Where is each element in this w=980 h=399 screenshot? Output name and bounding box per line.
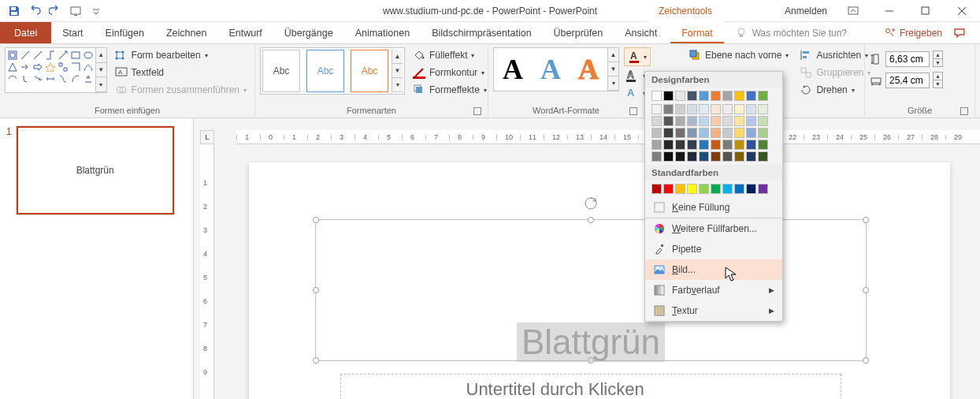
- shape-style-2[interactable]: Abc: [306, 50, 344, 92]
- shape-fill-button[interactable]: Fülleffekt▾: [410, 47, 490, 63]
- color-swatch[interactable]: [651, 91, 662, 101]
- color-swatch[interactable]: [746, 116, 756, 126]
- resize-handle[interactable]: [863, 357, 869, 364]
- tab-file[interactable]: Datei: [0, 22, 51, 43]
- title-text[interactable]: Blattgrün: [517, 323, 665, 362]
- dialog-launcher-icon[interactable]: [473, 107, 481, 115]
- color-swatch[interactable]: [663, 91, 674, 101]
- color-swatch[interactable]: [699, 128, 709, 138]
- shape-style-1[interactable]: Abc: [262, 50, 300, 92]
- color-swatch[interactable]: [663, 116, 674, 126]
- color-swatch[interactable]: [699, 91, 709, 101]
- wordart-scroll[interactable]: ▲▼▾: [607, 48, 618, 91]
- save-button[interactable]: [5, 2, 24, 21]
- rotate-handle[interactable]: [584, 196, 598, 211]
- color-swatch[interactable]: [746, 140, 756, 150]
- color-swatch[interactable]: [687, 140, 697, 150]
- tell-me-search[interactable]: Was möchten Sie tun?: [724, 22, 884, 43]
- color-swatch[interactable]: [711, 128, 721, 138]
- color-swatch[interactable]: [734, 104, 744, 114]
- color-swatch[interactable]: [675, 104, 685, 114]
- shape-outline-button[interactable]: Formkontur▾: [410, 65, 490, 80]
- color-swatch[interactable]: [663, 140, 674, 150]
- gallery-scroll[interactable]: ▲▼▾: [95, 48, 106, 92]
- tab-review[interactable]: Überprüfen: [543, 22, 614, 43]
- edit-shape-button[interactable]: Form bearbeiten▾: [112, 47, 250, 63]
- color-swatch[interactable]: [651, 104, 662, 114]
- ribbon-display-options-button[interactable]: [835, 0, 871, 22]
- color-swatch[interactable]: [758, 116, 768, 126]
- color-swatch[interactable]: [711, 104, 721, 114]
- color-swatch[interactable]: [687, 104, 697, 114]
- shapes-gallery[interactable]: ▲▼▾: [5, 47, 107, 93]
- color-swatch[interactable]: [711, 184, 721, 194]
- minimize-button[interactable]: [871, 0, 908, 22]
- textbox-button[interactable]: ATextfeld: [112, 65, 250, 80]
- color-swatch[interactable]: [687, 128, 697, 138]
- color-swatch[interactable]: [711, 151, 721, 162]
- color-swatch[interactable]: [758, 151, 768, 162]
- height-input[interactable]: [885, 51, 930, 67]
- comments-icon[interactable]: [953, 27, 966, 39]
- color-swatch[interactable]: [663, 184, 674, 194]
- tab-draw[interactable]: Zeichnen: [155, 22, 217, 43]
- resize-handle[interactable]: [313, 287, 319, 293]
- color-swatch[interactable]: [699, 184, 709, 194]
- eyedropper-item[interactable]: Pipette: [645, 239, 782, 259]
- color-swatch[interactable]: [746, 91, 756, 101]
- slide-editor[interactable]: L 10123456789101112131415161718192021222…: [194, 118, 980, 399]
- color-swatch[interactable]: [699, 116, 709, 126]
- color-swatch[interactable]: [651, 184, 662, 194]
- color-swatch[interactable]: [722, 91, 733, 101]
- tab-home[interactable]: Start: [51, 22, 94, 43]
- tab-transitions[interactable]: Übergänge: [273, 22, 344, 43]
- color-swatch[interactable]: [711, 91, 721, 101]
- color-swatch[interactable]: [746, 104, 756, 114]
- tab-insert[interactable]: Einfügen: [95, 22, 155, 43]
- align-button[interactable]: Ausrichten▾: [796, 47, 874, 63]
- title-textbox[interactable]: Blattgrün: [315, 219, 867, 361]
- color-swatch[interactable]: [675, 91, 685, 101]
- resize-handle[interactable]: [588, 217, 594, 223]
- styles-scroll[interactable]: ▲▼▾: [392, 50, 403, 92]
- tab-slideshow[interactable]: Bildschirmpräsentation: [421, 22, 542, 43]
- color-swatch[interactable]: [734, 128, 744, 138]
- color-swatch[interactable]: [758, 128, 768, 138]
- color-swatch[interactable]: [675, 184, 685, 194]
- color-swatch[interactable]: [722, 104, 733, 114]
- shape-style-3[interactable]: Abc: [351, 50, 388, 92]
- tab-format[interactable]: Format: [670, 22, 724, 43]
- color-swatch[interactable]: [699, 151, 709, 162]
- color-swatch[interactable]: [722, 140, 733, 150]
- gradient-item[interactable]: Farbverlauf▶: [645, 280, 782, 300]
- resize-handle[interactable]: [313, 217, 319, 223]
- more-colors-item[interactable]: Weitere Füllfarben...: [645, 218, 782, 239]
- color-swatch[interactable]: [758, 91, 768, 101]
- color-swatch[interactable]: [651, 140, 662, 150]
- color-swatch[interactable]: [758, 184, 768, 194]
- color-swatch[interactable]: [734, 140, 744, 150]
- dialog-launcher-icon[interactable]: [629, 107, 637, 115]
- picture-fill-item[interactable]: Bild...: [645, 259, 782, 280]
- texture-item[interactable]: Textur▶: [645, 300, 782, 321]
- resize-handle[interactable]: [863, 287, 869, 293]
- color-swatch[interactable]: [699, 140, 709, 150]
- maximize-button[interactable]: [908, 0, 944, 22]
- color-swatch[interactable]: [663, 151, 674, 162]
- color-swatch[interactable]: [663, 104, 674, 114]
- wordart-style-3[interactable]: A: [570, 48, 607, 91]
- color-swatch[interactable]: [675, 151, 685, 162]
- color-swatch[interactable]: [699, 104, 709, 114]
- color-swatch[interactable]: [746, 184, 756, 194]
- tab-view[interactable]: Ansicht: [614, 22, 668, 43]
- signin-link[interactable]: Anmelden: [777, 6, 835, 17]
- color-swatch[interactable]: [675, 128, 685, 138]
- color-swatch[interactable]: [651, 128, 662, 138]
- dialog-launcher-icon[interactable]: [960, 107, 968, 115]
- slide-thumbnail-1[interactable]: Blattgrün: [17, 126, 174, 214]
- color-swatch[interactable]: [734, 116, 744, 126]
- color-swatch[interactable]: [675, 140, 685, 150]
- color-swatch[interactable]: [663, 128, 674, 138]
- color-swatch[interactable]: [711, 140, 721, 150]
- qat-customize-button[interactable]: [87, 2, 106, 21]
